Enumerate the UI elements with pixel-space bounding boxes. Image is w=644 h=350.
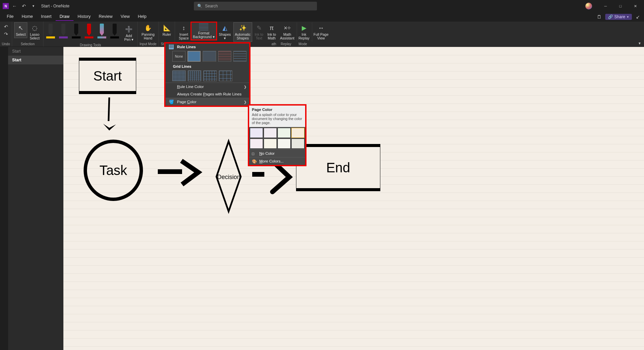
- color-rose[interactable]: [250, 139, 263, 149]
- menu-home[interactable]: Home: [18, 13, 37, 21]
- color-lavender[interactable]: [250, 128, 263, 138]
- notebook-nav[interactable]: [0, 47, 8, 350]
- group-selection-label: Selection: [21, 42, 35, 47]
- color-cream[interactable]: [264, 139, 277, 149]
- rule-wide[interactable]: [233, 51, 246, 62]
- app-icon: N: [3, 3, 9, 9]
- back-icon[interactable]: ←: [11, 2, 18, 10]
- pen-purple[interactable]: [58, 24, 68, 38]
- pen-highlighter[interactable]: [110, 24, 120, 38]
- no-color-item[interactable]: □ No Color: [249, 149, 305, 157]
- page-color-item[interactable]: 🪣 Page Color ❯: [166, 98, 249, 106]
- color-grid: [249, 127, 305, 149]
- user-avatar[interactable]: [585, 3, 592, 9]
- minimize-icon[interactable]: ─: [598, 1, 613, 11]
- ruler-label: Ruler: [163, 33, 171, 36]
- redo-button[interactable]: ↷: [3, 31, 9, 37]
- rule-none[interactable]: None: [172, 51, 185, 62]
- chevron-down-icon: ▼: [626, 16, 629, 19]
- arrow-down[interactable]: [100, 97, 121, 135]
- auto-shapes-icon: ✨: [239, 24, 247, 32]
- more-colors-item[interactable]: 🎨 More Colors...: [249, 157, 305, 165]
- ruler-icon: 📐: [163, 24, 171, 32]
- format-bg-icon: [199, 23, 208, 31]
- menu-file[interactable]: File: [3, 13, 18, 21]
- color-ivory[interactable]: [277, 139, 291, 149]
- grid-medium[interactable]: [188, 70, 201, 81]
- page-item-prev[interactable]: Start: [8, 47, 63, 56]
- menu-help[interactable]: Help: [134, 13, 151, 21]
- lasso-icon: ◌: [31, 24, 39, 32]
- workspace: Start Start Start Task Decision: [0, 47, 644, 350]
- share-button[interactable]: 🔗 Share ▼: [605, 14, 632, 20]
- close-icon[interactable]: ✕: [628, 1, 643, 11]
- grid-small[interactable]: [172, 70, 186, 81]
- search-placeholder: Search: [205, 4, 218, 8]
- replay-icon: ▶: [300, 24, 308, 32]
- full-page-view-button[interactable]: ↔ Full Page View: [312, 22, 330, 42]
- arrow-right-1[interactable]: [158, 158, 205, 188]
- insert-space-label: Insert Space: [179, 33, 189, 40]
- rule-lines-icon: [169, 45, 174, 49]
- grid-xlarge[interactable]: [219, 70, 232, 81]
- shape-task[interactable]: Task: [84, 140, 143, 201]
- menu-history[interactable]: History: [74, 13, 95, 21]
- select-button[interactable]: ↖ Select: [14, 22, 27, 38]
- pen-black[interactable]: [71, 24, 81, 38]
- search-input[interactable]: 🔍 Search: [194, 2, 317, 10]
- automatic-shapes-button[interactable]: ✨ Automatic Shapes: [233, 22, 253, 42]
- ruler-button[interactable]: 📐 Ruler: [161, 22, 173, 38]
- grid-large[interactable]: [203, 70, 217, 81]
- qat-dropdown-icon[interactable]: ▼: [30, 2, 37, 10]
- shapes-label: Shapes ▾: [219, 33, 231, 40]
- lasso-select-button[interactable]: ◌ Lasso Select: [28, 22, 41, 42]
- rule-lines-header: Rule Lines: [166, 43, 249, 50]
- menu-review[interactable]: Review: [95, 13, 117, 21]
- group-input-mode-label: Input Mode: [140, 42, 156, 47]
- math-assistant-button[interactable]: ×÷ Math Assistant: [279, 22, 296, 42]
- canvas[interactable]: Start Task Decision End: [63, 47, 644, 350]
- add-pen-button[interactable]: ➕ Add Pen ▾: [122, 24, 135, 43]
- menu-bar: File Home Insert Draw History Review Vie…: [0, 12, 644, 22]
- group-mode-label: Mode: [294, 42, 311, 47]
- full-page-label: Full Page View: [314, 33, 328, 40]
- panning-hand-button[interactable]: ✋ Panning Hand: [140, 22, 156, 42]
- collapse-ribbon-icon[interactable]: ↙: [634, 13, 642, 21]
- menu-view[interactable]: View: [117, 13, 134, 21]
- format-background-button[interactable]: Format Background ▾: [191, 22, 216, 40]
- maximize-icon[interactable]: □: [613, 1, 628, 11]
- menu-insert[interactable]: Insert: [37, 13, 56, 21]
- page-list: Start Start: [8, 47, 63, 350]
- rule-standard[interactable]: [218, 51, 231, 62]
- arrow-right-2[interactable]: [252, 165, 293, 195]
- shape-end[interactable]: End: [296, 144, 380, 191]
- always-create-rule-lines-item[interactable]: Always Create Pages with Rule Lines: [166, 90, 249, 98]
- color-stone[interactable]: [291, 139, 304, 149]
- insert-space-button[interactable]: ↕ Insert Space: [177, 22, 191, 42]
- menu-draw[interactable]: Draw: [56, 13, 74, 21]
- cursor-icon: ↖: [17, 24, 25, 32]
- rule-college[interactable]: [203, 51, 216, 62]
- rule-narrow[interactable]: [187, 51, 201, 62]
- shapes-icon: ◭: [221, 24, 229, 32]
- shape-start[interactable]: Start: [79, 58, 136, 94]
- add-pen-label: Add Pen ▾: [124, 34, 134, 41]
- notes-icon[interactable]: 🗒: [595, 13, 603, 21]
- undo-icon[interactable]: ↶: [20, 2, 28, 10]
- color-apricot[interactable]: [291, 128, 304, 138]
- grid-lines-header: Grid Lines: [166, 63, 249, 69]
- ink-to-math-button[interactable]: π Ink to Math: [266, 22, 278, 42]
- page-item-current[interactable]: Start: [8, 56, 63, 64]
- ink-text-icon: ✎: [255, 24, 263, 32]
- pen-red[interactable]: [84, 24, 94, 38]
- pen-galaxy[interactable]: [97, 24, 107, 38]
- pen-yellow[interactable]: [46, 24, 56, 38]
- undo-button[interactable]: ↶: [3, 23, 9, 30]
- ink-replay-button[interactable]: ▶ Ink Replay: [297, 22, 311, 42]
- color-lilac[interactable]: [264, 128, 277, 138]
- color-mint[interactable]: [277, 128, 291, 138]
- shapes-button[interactable]: ◭ Shapes ▾: [217, 22, 233, 42]
- rule-line-color-item[interactable]: Rule Line Color ❯: [166, 83, 249, 90]
- math-assist-label: Math Assistant: [280, 33, 295, 40]
- ribbon-expand-icon[interactable]: ▼: [638, 41, 641, 45]
